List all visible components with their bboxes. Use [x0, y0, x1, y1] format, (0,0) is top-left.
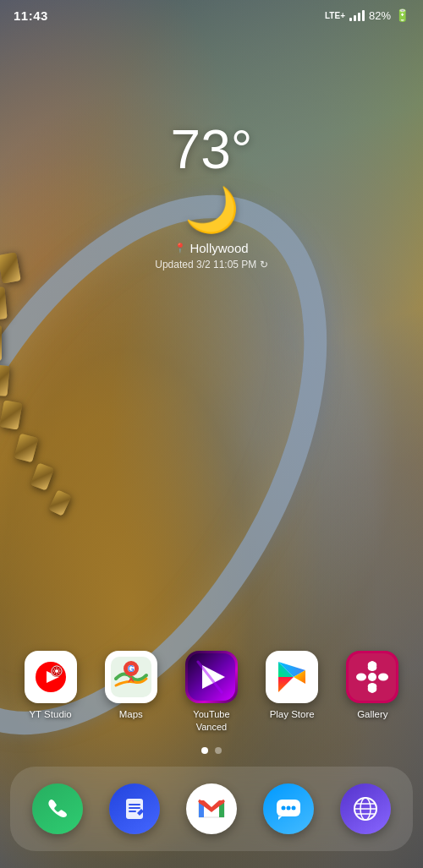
phone-icon — [32, 783, 83, 834]
gmail-icon — [186, 783, 237, 834]
location-name: Hollywood — [190, 241, 248, 255]
yt-vanced-label: YouTubeVanced — [193, 708, 229, 733]
app-yt-vanced[interactable]: YouTubeVanced — [178, 651, 245, 733]
svg-point-28 — [282, 806, 286, 811]
location-pin-icon: 📍 — [174, 243, 186, 254]
yt-vanced-icon — [185, 651, 238, 703]
svg-point-29 — [287, 806, 291, 811]
app-gallery[interactable]: Gallery — [338, 651, 406, 721]
page-dot-1 — [201, 747, 208, 754]
dock-notes[interactable] — [109, 783, 160, 834]
signal-bars — [349, 9, 365, 21]
yt-studio-icon — [25, 651, 77, 703]
dock — [10, 767, 413, 851]
page-dot-2 — [215, 747, 222, 754]
battery-icon: 🔋 — [395, 8, 409, 22]
app-maps[interactable]: G Maps — [97, 651, 165, 721]
weather-update-text: Updated 3/2 11:05 PM — [155, 259, 256, 270]
weather-temperature: 73° — [171, 118, 253, 181]
weather-icon: 🌙 — [184, 184, 239, 236]
status-right: LTE+ 82% 🔋 — [325, 8, 409, 22]
yt-studio-label: YT Studio — [29, 708, 71, 721]
app-yt-studio[interactable]: YT Studio — [17, 651, 85, 721]
battery-percent: 82% — [369, 9, 391, 22]
app-play-store[interactable]: Play Store — [258, 651, 326, 721]
dock-phone[interactable] — [32, 783, 83, 834]
dock-browser[interactable] — [340, 783, 391, 834]
dock-gmail[interactable] — [186, 783, 237, 834]
notes-icon — [109, 783, 160, 834]
maps-label: Maps — [119, 708, 143, 721]
weather-location: 📍 Hollywood — [174, 241, 248, 255]
play-store-label: Play Store — [270, 708, 315, 721]
svg-point-4 — [55, 669, 58, 673]
app-grid: YT Studio G Maps — [0, 651, 423, 733]
svg-point-18 — [356, 674, 366, 681]
svg-point-19 — [378, 674, 388, 681]
messages-icon — [263, 783, 314, 834]
weather-widget[interactable]: 73° 🌙 📍 Hollywood Updated 3/2 11:05 PM ↻ — [0, 118, 423, 270]
status-bar: 11:43 LTE+ 82% 🔋 — [0, 0, 423, 30]
maps-icon: G — [105, 651, 157, 703]
weather-updated: Updated 3/2 11:05 PM ↻ — [155, 259, 267, 270]
refresh-icon: ↻ — [260, 259, 268, 270]
page-indicator — [0, 747, 423, 754]
lte-label: LTE+ — [325, 11, 345, 20]
gallery-label: Gallery — [357, 708, 387, 721]
svg-point-30 — [292, 806, 296, 811]
status-time: 11:43 — [14, 8, 48, 23]
svg-text:G: G — [128, 664, 135, 674]
dock-messages[interactable] — [263, 783, 314, 834]
play-store-icon — [266, 651, 318, 703]
svg-point-15 — [368, 673, 376, 681]
gallery-icon — [346, 651, 398, 703]
wallpaper-gear-teeth — [0, 254, 118, 549]
browser-icon — [340, 783, 391, 834]
